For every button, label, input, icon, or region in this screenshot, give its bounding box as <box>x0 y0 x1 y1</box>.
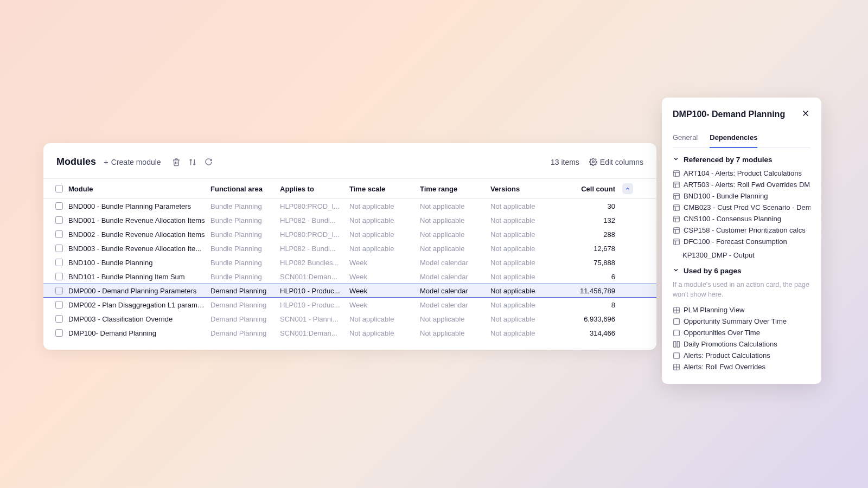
cell-cell-count: 12,678 <box>561 245 621 253</box>
pages-hint: If a module's used in an action card, th… <box>673 280 810 299</box>
cell-versions: Not applicable <box>490 259 561 267</box>
svg-rect-27 <box>674 318 680 324</box>
sort-ascending-icon[interactable] <box>622 183 633 194</box>
cell-module: BND101 - Bundle Planning Item Sum <box>68 273 210 281</box>
cell-applies-to: HLP080:PROD_I... <box>280 230 349 239</box>
table-row[interactable]: DMP100- Demand PlanningDemand PlanningSC… <box>43 326 656 340</box>
cell-cell-count: 132 <box>561 216 621 224</box>
plus-icon: + <box>104 157 108 166</box>
col-functional-area[interactable]: Functional area <box>210 185 280 193</box>
cell-versions: Not applicable <box>490 273 561 281</box>
svg-rect-3 <box>674 170 680 176</box>
col-time-scale[interactable]: Time scale <box>349 185 420 193</box>
page-item[interactable]: PLM Planning View <box>673 306 810 314</box>
cell-cell-count: 8 <box>561 301 621 309</box>
ref-item[interactable]: BND100 - Bundle Planning <box>673 192 810 200</box>
table-row[interactable]: BND100 - Bundle PlanningBundle PlanningH… <box>43 255 656 269</box>
ref-item[interactable]: CMB023 - Cust Prod VC Scenario - Dem... <box>673 203 810 211</box>
svg-rect-29 <box>674 341 676 347</box>
svg-rect-9 <box>674 193 680 199</box>
row-checkbox[interactable] <box>55 329 63 337</box>
page-item[interactable]: Alerts: Roll Fwd Overrides <box>673 363 810 371</box>
cell-time-range: Not applicable <box>420 216 490 224</box>
cell-versions: Not applicable <box>490 315 561 323</box>
tab-general[interactable]: General <box>673 130 698 147</box>
chevron-down-icon <box>673 267 679 275</box>
cell-applies-to: HLP082 Bundles... <box>280 259 349 267</box>
page-item[interactable]: Opportunities Over Time <box>673 329 810 337</box>
reorder-icon[interactable] <box>187 157 198 168</box>
cell-cell-count: 288 <box>561 230 621 239</box>
row-checkbox[interactable] <box>55 287 63 294</box>
cell-time-scale: Not applicable <box>349 315 420 323</box>
cell-cell-count: 75,888 <box>561 259 621 267</box>
cell-versions: Not applicable <box>490 216 561 224</box>
ref-item[interactable]: ART503 - Alerts: Roll Fwd Overrides DM..… <box>673 181 810 189</box>
page-item[interactable]: Opportunity Summary Over Time <box>673 317 810 325</box>
ref-item[interactable]: DFC100 - Forecast Consumption <box>673 237 810 246</box>
row-checkbox[interactable] <box>55 259 63 266</box>
ref-item[interactable]: CNS100 - Consensus Planning <box>673 215 810 223</box>
row-checkbox[interactable] <box>55 202 63 210</box>
cell-applies-to: HLP082 - Bundl... <box>280 245 349 253</box>
cell-time-range: Not applicable <box>420 230 490 239</box>
modules-card: Modules + Create module 13 items Edit co… <box>43 143 656 350</box>
table-row[interactable]: BND002 - Bundle Revenue Allocation Items… <box>43 227 656 241</box>
cell-time-scale: Week <box>349 259 420 267</box>
cell-versions: Not applicable <box>490 245 561 253</box>
row-checkbox[interactable] <box>55 301 63 309</box>
col-applies-to[interactable]: Applies to <box>280 185 349 193</box>
page-item[interactable]: Daily Promotions Calculations <box>673 340 810 348</box>
cell-time-range: Not applicable <box>420 329 490 337</box>
tab-dependencies[interactable]: Dependencies <box>710 130 757 148</box>
table-row[interactable]: BND001 - Bundle Revenue Allocation Items… <box>43 213 656 227</box>
cell-applies-to: SCN001:Deman... <box>280 273 349 281</box>
cell-versions: Not applicable <box>490 301 561 309</box>
edit-columns-label: Edit columns <box>600 158 643 166</box>
page-item[interactable]: Alerts: Product Calculations <box>673 351 810 359</box>
table-row[interactable]: DMP003 - Classification OverrideDemand P… <box>43 312 656 326</box>
cell-time-scale: Week <box>349 301 420 309</box>
svg-rect-6 <box>674 182 680 188</box>
close-icon[interactable] <box>801 108 810 120</box>
row-checkbox[interactable] <box>55 216 63 224</box>
table-row[interactable]: DMP000 - Demand Planning ParametersDeman… <box>43 284 656 298</box>
table-row[interactable]: BND003 - Bundle Revenue Allocation Ite..… <box>43 241 656 255</box>
col-module[interactable]: Module <box>68 185 210 193</box>
cell-time-range: Model calendar <box>420 287 490 295</box>
col-time-range[interactable]: Time range <box>420 185 490 193</box>
row-checkbox[interactable] <box>55 245 63 252</box>
cell-functional-area: Bundle Planning <box>210 216 280 224</box>
row-checkbox[interactable] <box>55 230 63 238</box>
table-row[interactable]: DMP002 - Plan Disaggregation L1 parame..… <box>43 298 656 312</box>
cell-functional-area: Bundle Planning <box>210 273 280 281</box>
cell-functional-area: Demand Planning <box>210 287 280 295</box>
col-cell-count[interactable]: Cell count <box>561 185 621 193</box>
col-versions[interactable]: Versions <box>490 185 561 193</box>
row-checkbox[interactable] <box>55 315 63 323</box>
table-row[interactable]: BND101 - Bundle Planning Item SumBundle … <box>43 269 656 284</box>
cell-functional-area: Bundle Planning <box>210 230 280 239</box>
svg-rect-30 <box>677 341 679 347</box>
ref-item[interactable]: ART104 - Alerts: Product Calculations <box>673 169 810 177</box>
refresh-icon[interactable] <box>203 157 214 168</box>
chevron-down-icon <box>673 156 679 164</box>
cell-versions: Not applicable <box>490 329 561 337</box>
ref-item[interactable]: CSP158 - Customer Prioritization calcs <box>673 226 810 234</box>
delete-icon[interactable] <box>171 157 182 168</box>
edit-columns-button[interactable]: Edit columns <box>589 158 643 166</box>
cell-applies-to: HLP080:PROD_I... <box>280 202 349 210</box>
used-by-header[interactable]: Used by 6 pages <box>673 267 810 275</box>
table-row[interactable]: BND000 - Bundle Planning ParametersBundl… <box>43 199 656 213</box>
cell-functional-area: Bundle Planning <box>210 202 280 210</box>
cell-module: BND000 - Bundle Planning Parameters <box>68 202 210 210</box>
select-all-checkbox[interactable] <box>55 185 63 192</box>
cell-cell-count: 6 <box>561 273 621 281</box>
ref-item-indent[interactable]: KP1300_DMP - Output <box>682 251 810 259</box>
cell-versions: Not applicable <box>490 202 561 210</box>
create-module-button[interactable]: + Create module <box>104 157 161 166</box>
referenced-by-header[interactable]: Referenced by 7 modules <box>673 156 810 164</box>
row-checkbox[interactable] <box>55 273 63 280</box>
cell-time-scale: Not applicable <box>349 329 420 337</box>
panel-tabs: General Dependencies <box>673 130 810 148</box>
